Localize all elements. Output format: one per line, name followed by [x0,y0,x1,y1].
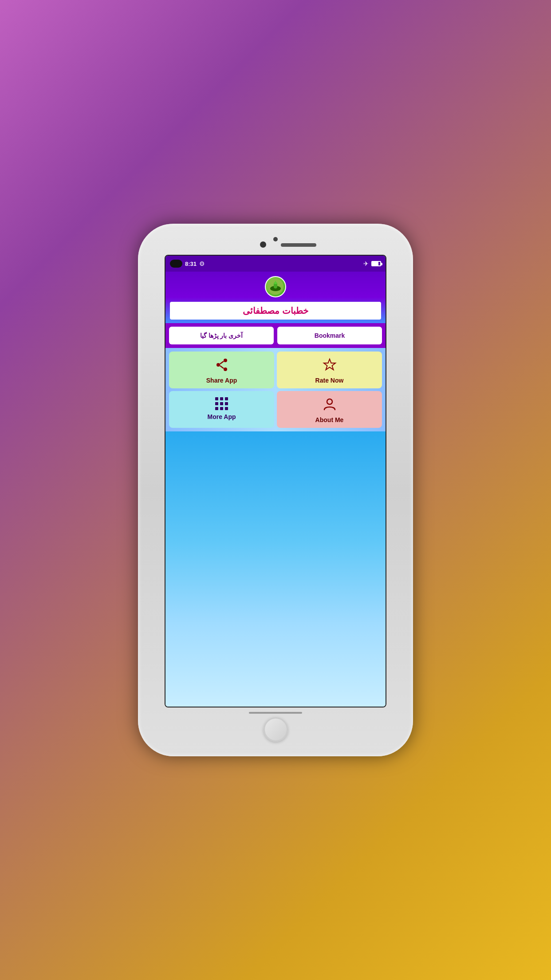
share-app-label: Share App [206,377,237,384]
app-logo [265,276,286,297]
speaker-bar [281,243,316,247]
status-time: 8:31 [185,261,197,267]
last-read-button[interactable]: آخری بار پڑھا گیا [169,327,274,344]
grid-icon [215,397,228,411]
more-app-icon [215,397,228,411]
status-left: 8:31 ⚙ [170,260,205,268]
grid-row-bottom: More App About Me [169,391,382,428]
main-content [165,431,386,707]
app-title-bar: خطبات مصطفائی [170,302,381,320]
camera-dot [273,237,278,241]
action-buttons-row: آخری بار پڑھا گیا Bookmark [165,323,386,348]
share-icon [215,358,229,374]
settings-icon: ⚙ [199,260,205,267]
logo-inner [266,277,285,296]
svg-point-4 [224,359,227,362]
app-title: خطبات مصطفائی [243,306,308,316]
svg-marker-9 [324,359,335,370]
rate-now-label: Rate Now [315,377,344,384]
phone-top-hardware [145,233,406,255]
grid-row-top: Share App Rate Now [169,352,382,388]
airplane-icon: ✈ [363,260,369,267]
status-bar: 8:31 ⚙ ✈ [165,256,386,272]
star-icon [323,358,337,374]
share-app-button[interactable]: Share App [169,352,274,388]
about-me-button[interactable]: About Me [277,391,382,428]
about-me-label: About Me [315,416,344,423]
person-icon [323,397,337,414]
front-camera [260,241,266,248]
more-app-label: More App [207,413,236,420]
svg-point-6 [224,368,227,371]
grid-container: Share App Rate Now [165,348,386,431]
battery-icon [371,261,381,266]
status-right: ✈ [363,260,381,267]
phone-screen: 8:31 ⚙ ✈ [165,255,386,707]
svg-point-5 [216,363,220,367]
phone-bottom-hardware [145,707,406,744]
home-button[interactable] [264,717,288,742]
phone-frame: 8:31 ⚙ ✈ [138,224,413,756]
app-header: خطبات مصطفائی [165,272,386,323]
svg-line-7 [220,361,224,364]
rate-now-button[interactable]: Rate Now [277,352,382,388]
more-app-button[interactable]: More App [169,391,274,428]
status-pill [170,260,182,268]
home-bar [249,712,302,714]
bookmark-button[interactable]: Bookmark [277,327,382,344]
svg-point-10 [327,399,332,404]
battery-fill [372,262,378,265]
svg-line-8 [220,366,224,368]
